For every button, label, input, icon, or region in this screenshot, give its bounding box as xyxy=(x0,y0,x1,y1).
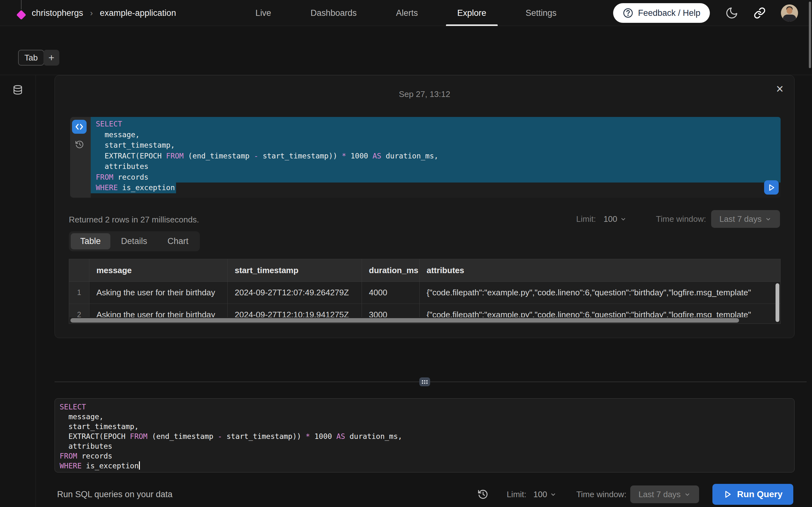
table-cell: Asking the user for their birthday xyxy=(90,282,228,303)
column-header: start_timestamp xyxy=(228,259,362,281)
nav-item-explore[interactable]: Explore xyxy=(438,0,506,26)
query-history-icon[interactable] xyxy=(477,489,489,500)
time-window-label: Time window: xyxy=(576,490,626,499)
run-query-button[interactable]: Run Query xyxy=(712,484,793,505)
avatar-jacket xyxy=(783,14,796,21)
sql-editor[interactable]: SELECT message, start_timestamp, EXTRACT… xyxy=(55,398,795,472)
table-cell: 4000 xyxy=(362,282,420,303)
run-selection-button[interactable] xyxy=(764,180,779,194)
horizontal-scrollbar-thumb[interactable] xyxy=(70,318,739,323)
chevron-down-icon xyxy=(684,491,691,498)
add-tab-button[interactable]: + xyxy=(44,50,59,66)
chevron-down-icon xyxy=(550,491,557,498)
result-summary: Returned 2 rows in 27 milliseconds. xyxy=(69,215,199,225)
chevron-down-icon xyxy=(765,216,772,222)
vertical-scrollbar-thumb[interactable] xyxy=(775,283,779,322)
editor-hint: Run SQL queries on your data xyxy=(57,482,172,507)
user-avatar[interactable] xyxy=(781,4,798,21)
time-window-label: Time window: xyxy=(656,214,706,224)
avatar-face xyxy=(786,7,792,14)
sql-block-gutter xyxy=(70,117,91,198)
column-header: duration_ms xyxy=(362,259,420,281)
tab-table[interactable]: Table xyxy=(71,233,110,249)
panel-split-line xyxy=(55,382,807,382)
close-card-icon[interactable]: × xyxy=(776,82,783,95)
table-cell: {"code.filepath":"example.py","code.line… xyxy=(420,282,780,303)
limit-label: Limit: xyxy=(507,490,526,499)
horizontal-scrollbar xyxy=(69,317,776,324)
column-header: message xyxy=(90,259,228,281)
time-window-select[interactable]: Last 7 days xyxy=(630,486,699,503)
column-header: attributes xyxy=(420,259,780,281)
selected-sql-code[interactable]: SELECT message, start_timestamp, EXTRACT… xyxy=(91,117,780,198)
theme-toggle-moon-icon[interactable] xyxy=(725,6,739,20)
table-row[interactable]: 1Asking the user for their birthday2024-… xyxy=(69,282,780,304)
top-header: christophergs › example-application Live… xyxy=(0,0,812,26)
table-cell: 2024-09-27T12:07:49.264279Z xyxy=(228,282,362,303)
panel-resize-handle[interactable] xyxy=(419,377,430,386)
nav-item-alerts[interactable]: Alerts xyxy=(376,0,438,26)
column-header xyxy=(69,259,90,281)
footer-controls: Limit: 100 Time window: Last 7 days xyxy=(477,482,793,507)
table-header-row: messagestart_timestampduration_msattribu… xyxy=(69,259,780,282)
result-view-tabs: Table Details Chart xyxy=(69,231,200,251)
limit-select[interactable]: 100 xyxy=(534,490,557,499)
explore-page: christophergs › example-application Live… xyxy=(0,0,812,507)
header-actions: Feedback / Help xyxy=(613,0,798,26)
query-history-icon[interactable] xyxy=(75,140,84,149)
nav-item-dashboards[interactable]: Dashboards xyxy=(291,0,376,26)
limit-label: Limit: xyxy=(576,214,596,224)
nav-item-live[interactable]: Live xyxy=(236,0,291,26)
share-link-icon[interactable] xyxy=(754,7,766,19)
play-icon xyxy=(723,490,732,499)
table-cell: 1 xyxy=(69,282,90,303)
help-circle-icon xyxy=(623,8,633,18)
editor-scrollbar-thumb[interactable] xyxy=(809,2,811,68)
query-tab[interactable]: Tab xyxy=(18,50,44,66)
schema-sidebar xyxy=(0,75,36,507)
time-window-select[interactable]: Last 7 days xyxy=(711,210,780,228)
query-sql-block: SELECT message, start_timestamp, EXTRACT… xyxy=(70,117,780,198)
result-controls: Limit: 100 Time window: Last 7 days xyxy=(576,210,780,228)
query-timestamp: Sep 27, 13:12 xyxy=(55,89,794,99)
feedback-help-label: Feedback / Help xyxy=(638,8,700,18)
chevron-down-icon xyxy=(620,216,627,222)
feedback-help-button[interactable]: Feedback / Help xyxy=(613,3,710,23)
code-view-button[interactable] xyxy=(72,120,87,134)
tab-chart[interactable]: Chart xyxy=(158,233,198,249)
limit-select[interactable]: 100 xyxy=(604,214,627,224)
results-table: messagestart_timestampduration_msattribu… xyxy=(69,259,780,324)
nav-item-settings[interactable]: Settings xyxy=(506,0,576,26)
editor-footer: Run SQL queries on your data Limit: 100 … xyxy=(0,482,812,507)
query-result-card: Sep 27, 13:12 × SELECT message, star xyxy=(55,75,795,338)
database-schema-icon[interactable] xyxy=(12,84,23,507)
tab-details[interactable]: Details xyxy=(112,233,157,249)
